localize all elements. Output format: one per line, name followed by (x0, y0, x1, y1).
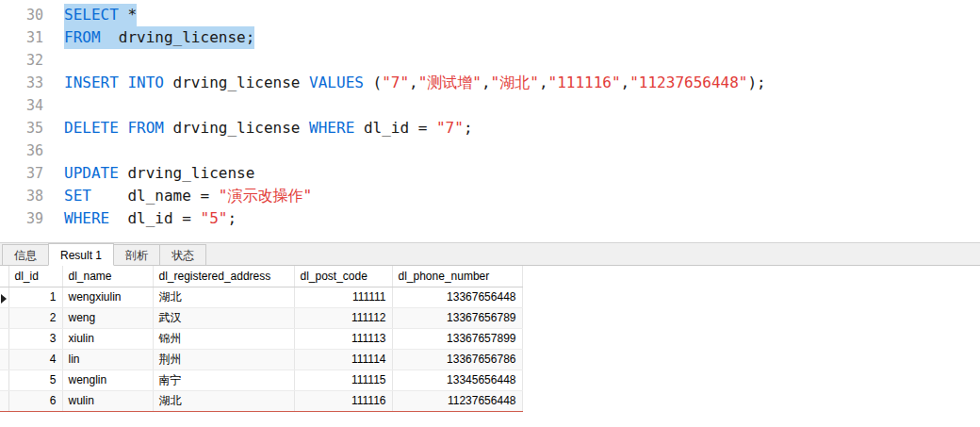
cell[interactable]: wulin (62, 390, 153, 411)
column-header[interactable]: dl_name (62, 266, 153, 287)
result-table: dl_iddl_namedl_registered_addressdl_post… (0, 266, 523, 412)
sql-keyword: INSERT (64, 74, 119, 91)
sql-text (119, 74, 128, 91)
editor-line[interactable]: 30SELECT * (0, 4, 980, 26)
sql-text: ; (227, 209, 237, 227)
sql-string: "11237656448" (629, 74, 747, 91)
sql-text: dl_id = (109, 209, 200, 227)
line-content: INSERT INTO drving_license VALUES ("7","… (64, 72, 766, 94)
cell[interactable]: 湖北 (153, 287, 294, 307)
cell[interactable]: lin (62, 349, 153, 370)
cell[interactable]: 湖北 (153, 390, 294, 411)
sql-string: "5" (201, 209, 228, 227)
table-row[interactable]: 1wengxiulin湖北11111113367656448 (0, 287, 522, 307)
sql-keyword: FROM (127, 119, 164, 137)
sql-text: dl_id = (354, 119, 436, 137)
line-content: SELECT * (64, 4, 137, 26)
cell[interactable]: wengxiulin (62, 287, 153, 307)
sql-string: "测试增" (418, 74, 482, 91)
sql-text (119, 119, 128, 137)
table-row[interactable]: 5wenglin南宁11111513345656448 (0, 370, 522, 390)
sql-keyword: INTO (127, 74, 164, 91)
sql-string: "111116" (548, 74, 621, 91)
line-number: 32 (0, 49, 49, 72)
column-header[interactable]: dl_phone_number (392, 266, 522, 287)
sql-string: "7" (382, 74, 409, 91)
tab-profile[interactable]: 剖析 (113, 244, 160, 265)
row-selector-cell[interactable] (0, 328, 8, 349)
cell[interactable]: 6 (8, 390, 62, 411)
cell[interactable]: wenglin (62, 370, 153, 390)
tab-result-1[interactable]: Result 1 (48, 243, 114, 266)
sql-text: , (409, 74, 418, 91)
column-header[interactable]: dl_post_code (294, 266, 392, 287)
cell[interactable]: 武汉 (153, 307, 294, 328)
result-tabbar: 信息Result 1剖析状态 (0, 242, 980, 266)
cell[interactable]: 1 (8, 287, 62, 307)
editor-line[interactable]: 35DELETE FROM drving_license WHERE dl_id… (0, 117, 980, 140)
cell[interactable]: 5 (8, 370, 62, 390)
sql-keyword: WHERE (309, 119, 354, 137)
editor-line[interactable]: 37UPDATE drving_license (0, 162, 980, 185)
cell[interactable]: 111111 (294, 287, 392, 307)
cell[interactable]: 荆州 (153, 349, 294, 370)
row-selector-cell[interactable] (0, 370, 8, 390)
line-number: 33 (0, 72, 49, 94)
cell[interactable]: 13367657899 (392, 328, 522, 349)
sql-keyword: VALUES (309, 74, 364, 91)
line-number: 34 (0, 94, 49, 117)
cell[interactable]: 111116 (294, 390, 392, 411)
cell[interactable]: 13345656448 (392, 370, 522, 390)
cell[interactable]: 111112 (294, 307, 392, 328)
line-content: UPDATE drving_license (64, 162, 254, 185)
sql-keyword: FROM (64, 28, 101, 46)
cell[interactable]: 3 (8, 328, 62, 349)
sql-text: , (621, 74, 630, 91)
sql-text: * (119, 6, 137, 24)
cell[interactable]: 11237656448 (392, 390, 522, 411)
sql-text: drving_license; (101, 28, 255, 46)
tab-info[interactable]: 信息 (2, 244, 49, 265)
row-selector-cell[interactable] (0, 307, 8, 328)
column-header[interactable]: dl_registered_address (153, 266, 294, 287)
table-row[interactable]: 3xiulin锦州11111313367657899 (0, 328, 522, 349)
line-number: 35 (0, 117, 49, 140)
sql-text: , (482, 74, 491, 91)
sql-keyword: DELETE (64, 119, 119, 137)
table-row[interactable]: 6wulin湖北11111611237656448 (0, 390, 522, 411)
line-number: 30 (0, 4, 49, 26)
line-number: 36 (0, 140, 49, 162)
cell[interactable]: weng (62, 307, 153, 328)
row-selector-arrow (1, 294, 7, 304)
row-selector-header (0, 266, 8, 287)
cell[interactable]: 2 (8, 307, 62, 328)
row-selector-cell[interactable] (0, 349, 8, 370)
cell[interactable]: xiulin (62, 328, 153, 349)
editor-line[interactable]: 31FROM drving_license; (0, 26, 980, 49)
cell[interactable]: 13367656789 (392, 307, 522, 328)
cell[interactable]: 111113 (294, 328, 392, 349)
editor-line[interactable]: 38SET dl_name = "演示改操作" (0, 185, 980, 207)
line-number: 31 (0, 26, 49, 49)
column-header[interactable]: dl_id (8, 266, 62, 287)
table-row[interactable]: 2weng武汉11111213367656789 (0, 307, 522, 328)
cell[interactable]: 13367656448 (392, 287, 522, 307)
sql-text: drving_license (164, 74, 309, 91)
table-row[interactable]: 4lin荆州11111413367656786 (0, 349, 522, 370)
cell[interactable]: 4 (8, 349, 62, 370)
editor-line[interactable]: 39WHERE dl_id = "5"; (0, 207, 980, 230)
editor-line[interactable]: 34 (0, 94, 980, 117)
cell[interactable]: 111115 (294, 370, 392, 390)
editor-line[interactable]: 32 (0, 49, 980, 72)
row-selector-cell[interactable] (0, 390, 8, 411)
cell[interactable]: 111114 (294, 349, 392, 370)
sql-editor[interactable]: 30SELECT *31FROM drving_license;3233INSE… (0, 0, 980, 242)
editor-line[interactable]: 33INSERT INTO drving_license VALUES ("7"… (0, 72, 980, 94)
cell[interactable]: 13367656786 (392, 349, 522, 370)
editor-line[interactable]: 36 (0, 140, 980, 162)
cell[interactable]: 南宁 (153, 370, 294, 390)
row-selector-cell[interactable] (0, 287, 8, 307)
tab-status[interactable]: 状态 (159, 244, 206, 265)
cell[interactable]: 锦州 (153, 328, 294, 349)
sql-text: drving_license (119, 164, 255, 182)
